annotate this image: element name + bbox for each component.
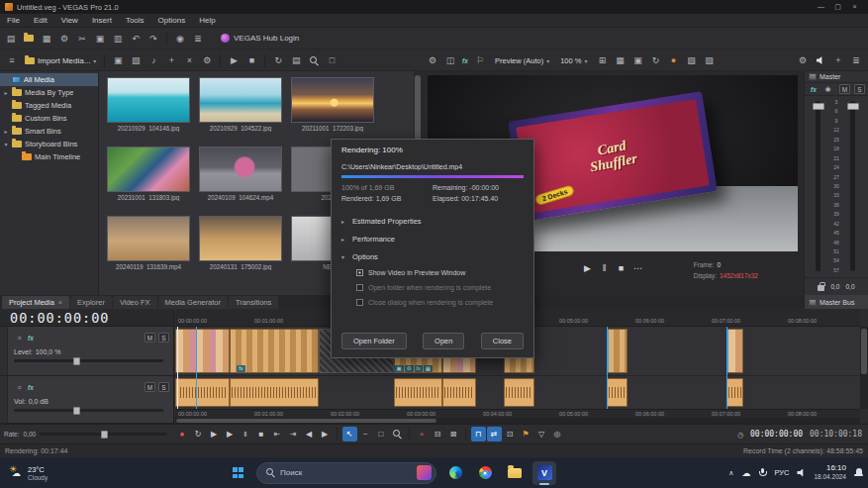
master-mute-button[interactable]: M [839,84,850,94]
new-project-icon[interactable]: ▤ [3,31,19,47]
lock-icon[interactable] [818,285,824,291]
normal-edit-tool-icon[interactable]: ↖ [342,427,357,441]
tree-item-media-by-type[interactable]: ▸Media By Type [0,86,98,99]
menu-options[interactable]: Options [151,14,193,28]
safe-areas-icon[interactable]: ▦ [613,52,628,68]
envelope-edit-tool-icon[interactable]: ~ [358,427,373,441]
close-button[interactable]: × [846,0,863,14]
lock-envelopes-icon[interactable]: ⊡ [503,427,518,441]
audio-solo-button[interactable]: S [158,382,169,392]
insert-bus-icon[interactable]: + [830,52,846,68]
paste-icon[interactable]: ▥ [110,31,126,47]
video-clip[interactable] [607,329,627,373]
tree-item-custom-bins[interactable]: Custom Bins [0,112,98,125]
titlebar[interactable]: Untitled.veg - VEGAS Pro 21.0 —▢× [0,0,868,14]
time-display[interactable]: 00:00:00:00 [0,309,173,327]
video-solo-button[interactable]: S [158,333,169,342]
media-thumbnail[interactable]: 20240131_175002.jpg [199,216,284,270]
media-search-icon[interactable] [306,52,322,68]
media-thumbnail[interactable]: 20240109_104624.mp4 [199,146,284,201]
next-frame-button[interactable]: ▶ [318,427,333,441]
fader-handle[interactable] [847,103,859,110]
menu-tools[interactable]: Tools [119,14,151,28]
taskbar-clock[interactable]: 16:10 18.04.2024 [814,463,846,481]
media-bins-toggle-icon[interactable]: ≡ [4,52,20,68]
preview-quality-dropdown[interactable]: Preview (Auto) ▾ [490,55,554,66]
audio-clip[interactable] [442,378,477,407]
zoom-edit-tool-icon[interactable] [390,427,405,441]
tray-cloud-icon[interactable]: ☁ [741,468,750,478]
minimize-button[interactable]: — [813,0,829,14]
previous-frame-button[interactable]: ◀ [302,427,317,441]
master-solo-button[interactable]: S [854,84,865,94]
insert-marker-icon[interactable]: ⚑ [519,427,533,441]
play-button[interactable]: ▶ [223,427,238,441]
get-photo-icon[interactable]: ▧ [128,52,144,68]
import-media-button[interactable]: Import Media... ▾ [21,56,100,65]
rate-slider[interactable] [40,433,166,436]
snapshot-icon[interactable]: ▣ [630,52,646,68]
pause-button[interactable]: ‖ [239,427,253,441]
audio-clip[interactable] [175,378,230,407]
master-fader-left[interactable] [816,101,820,271]
video-output-fx-icon[interactable]: fx [459,52,471,68]
track-fx-icon[interactable]: fx [25,330,37,345]
audio-toggle-icon[interactable]: ▨ [702,52,718,68]
trim-icon[interactable]: ⊟ [431,427,445,441]
split-icon[interactable]: ⊠ [446,427,461,441]
mixer-menu-icon[interactable]: ≣ [848,52,864,68]
timeline-vscrollbar[interactable] [860,327,868,409]
delete-icon[interactable]: × [415,427,430,441]
slider-thumb[interactable] [101,431,108,439]
open-project-icon[interactable] [21,31,37,47]
automation-icon[interactable]: ◉ [822,84,833,95]
scrollbar-thumb[interactable] [861,329,867,374]
section-options[interactable]: ▾Options [341,247,524,265]
audio-properties-icon[interactable]: ⚙ [795,52,811,68]
clip-badge-icon[interactable]: fx [237,365,244,372]
audio-track-header[interactable]: ≡fx M S Vol: 0,0 dB [0,376,173,424]
option-close-dialog-when-rendering-is-complete[interactable]: Close dialog when rendering is complete [341,295,524,310]
menu-view[interactable]: View [54,14,85,28]
master-fader-right[interactable] [850,101,855,271]
audio-clip[interactable] [230,378,319,407]
open-folder-button[interactable]: Open Folder [341,333,407,349]
extract-audio-icon[interactable]: ♪ [145,52,161,68]
hover-scrub-icon[interactable]: □ [324,52,339,68]
slider-thumb[interactable] [73,407,80,415]
media-thumbnail[interactable]: 20240119_131639.mp4 [107,216,192,270]
video-track-header[interactable]: ≡fx M S Level: 100,0 % [0,327,173,376]
media-thumbnail[interactable]: 20210929_104146.jpg [107,77,192,132]
project-properties-icon[interactable]: ⚙ [56,31,72,47]
audio-speaker-icon[interactable] [813,52,828,68]
tree-item-smart-bins[interactable]: ▸Smart Bins [0,125,98,138]
taskbar-edge-icon[interactable] [443,461,467,485]
interactive-tutorials-icon[interactable]: ◉ [172,31,188,47]
taskbar-chrome-icon[interactable] [473,461,497,485]
menu-help[interactable]: Help [192,14,222,28]
audio-clip[interactable] [607,378,627,407]
capture-video-icon[interactable]: ▣ [110,52,126,68]
section-performance[interactable]: ▸Performance [341,230,524,247]
audio-clip[interactable] [394,378,441,407]
audio-track-lane[interactable] [175,376,860,409]
loop-preview-icon[interactable]: ↻ [648,52,664,68]
video-clip[interactable] [726,329,743,373]
grid-overlay-icon[interactable]: ⊞ [595,52,611,68]
slider-thumb[interactable] [73,357,80,365]
preview-stop-button[interactable]: ■ [614,261,628,275]
preview-more-button[interactable]: ⋯ [630,261,645,275]
audio-mute-button[interactable]: M [145,382,155,392]
add-media-icon[interactable]: + [163,52,179,68]
clip-badge-icon[interactable]: ▣ [394,365,403,372]
record-button[interactable]: ● [175,427,190,441]
undo-icon[interactable]: ↶ [128,31,144,47]
track-grip[interactable] [0,376,8,423]
search-input[interactable] [280,468,412,477]
auto-preview-icon[interactable]: ↻ [270,52,286,68]
audio-volume-slider[interactable] [14,409,163,412]
audio-clip[interactable] [504,378,534,407]
master-fx-icon[interactable]: fx [808,81,820,97]
fader-handle[interactable] [813,103,824,110]
expand-arrow-icon[interactable]: ▸ [3,128,9,135]
